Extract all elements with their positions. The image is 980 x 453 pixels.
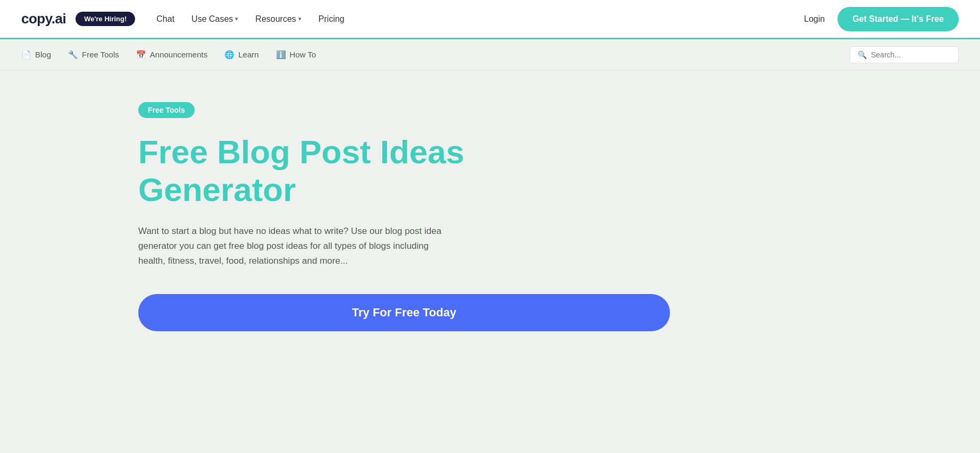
hero-title: Free Blog Post Ideas Generator <box>138 133 510 209</box>
search-box[interactable]: 🔍 <box>850 46 959 63</box>
how-to-icon: ℹ️ <box>276 50 286 60</box>
try-free-button[interactable]: Try For Free Today <box>138 294 670 331</box>
resources-chevron-icon: ▾ <box>298 15 301 22</box>
sub-nav-how-to-label: How To <box>290 50 316 59</box>
nav-use-cases[interactable]: Use Cases ▾ <box>191 14 238 24</box>
sub-nav-how-to[interactable]: ℹ️ How To <box>276 50 316 60</box>
sub-nav-blog[interactable]: 📄 Blog <box>21 50 51 60</box>
nav-pricing[interactable]: Pricing <box>319 14 345 24</box>
nav-right: Login Get Started — It's Free <box>804 7 959 31</box>
sub-nav-learn[interactable]: 🌐 Learn <box>224 50 258 60</box>
sub-nav-blog-label: Blog <box>35 50 51 59</box>
blog-icon: 📄 <box>21 50 31 60</box>
sub-nav-learn-label: Learn <box>238 50 258 59</box>
sub-nav-free-tools-label: Free Tools <box>82 50 119 59</box>
free-tools-icon: 🔧 <box>68 50 78 60</box>
nav-resources[interactable]: Resources ▾ <box>255 14 301 24</box>
sub-nav-items: 📄 Blog 🔧 Free Tools 📅 Announcements 🌐 Le… <box>21 50 850 60</box>
nav-links: Chat Use Cases ▾ Resources ▾ Pricing <box>156 14 804 24</box>
hero-description: Want to start a blog but have no ideas w… <box>138 224 457 269</box>
free-tools-tag[interactable]: Free Tools <box>138 102 195 118</box>
learn-icon: 🌐 <box>224 50 234 60</box>
nav-chat[interactable]: Chat <box>156 14 174 24</box>
sub-nav-free-tools[interactable]: 🔧 Free Tools <box>68 50 119 60</box>
login-button[interactable]: Login <box>804 14 825 24</box>
get-started-button[interactable]: Get Started — It's Free <box>837 7 959 31</box>
announcements-icon: 📅 <box>136 50 146 60</box>
sub-nav-announcements[interactable]: 📅 Announcements <box>136 50 207 60</box>
logo[interactable]: copy.ai <box>21 11 66 27</box>
hero-title-line1: Free Blog Post Ideas <box>138 133 464 170</box>
sub-nav: 📄 Blog 🔧 Free Tools 📅 Announcements 🌐 Le… <box>0 39 980 70</box>
sub-nav-announcements-label: Announcements <box>150 50 207 59</box>
hero-title-line2: Generator <box>138 171 296 208</box>
search-icon: 🔍 <box>858 51 867 59</box>
hero-section: Free Tools Free Blog Post Ideas Generato… <box>0 70 980 453</box>
main-nav: copy.ai We're Hiring! Chat Use Cases ▾ R… <box>0 0 980 39</box>
search-input[interactable] <box>871 51 951 59</box>
use-cases-chevron-icon: ▾ <box>235 15 238 22</box>
hiring-badge[interactable]: We're Hiring! <box>76 12 135 26</box>
